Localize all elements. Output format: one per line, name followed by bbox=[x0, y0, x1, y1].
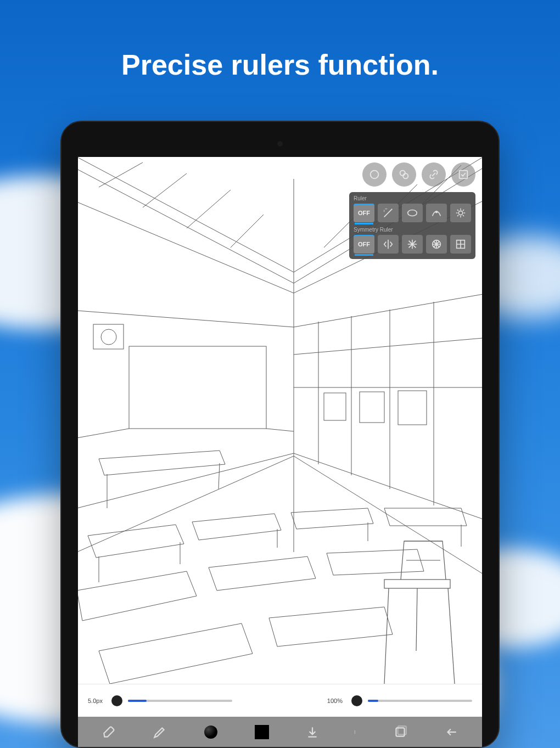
ruler-section-title: Ruler bbox=[354, 195, 471, 201]
symmetry-kaleidoscope-button[interactable] bbox=[402, 235, 423, 254]
tablet-frame: Ruler OFF Symmetry Ruler bbox=[60, 121, 500, 748]
symmetry-grid-button[interactable] bbox=[450, 235, 471, 254]
size-slider-track[interactable] bbox=[128, 700, 232, 702]
svg-point-48 bbox=[400, 171, 405, 176]
tablet-camera bbox=[277, 140, 283, 147]
ruler-row: OFF bbox=[354, 204, 471, 222]
svg-line-41 bbox=[448, 588, 455, 684]
svg-line-28 bbox=[78, 429, 129, 438]
svg-rect-39 bbox=[384, 580, 450, 588]
brush-tool[interactable] bbox=[147, 721, 172, 743]
svg-line-1 bbox=[78, 202, 294, 293]
ruler-panel: Ruler OFF Symmetry Ruler bbox=[349, 192, 475, 259]
svg-line-22 bbox=[294, 338, 482, 355]
svg-line-10 bbox=[231, 215, 264, 248]
swatch-black-icon bbox=[255, 725, 269, 739]
svg-line-16 bbox=[294, 294, 482, 327]
svg-line-17 bbox=[294, 453, 482, 519]
svg-point-49 bbox=[403, 173, 408, 178]
promo-headline: Precise rulers function. bbox=[0, 48, 560, 81]
svg-line-45 bbox=[78, 456, 294, 552]
off-label: OFF bbox=[358, 241, 370, 248]
size-label: 5.0px bbox=[88, 698, 103, 704]
symmetry-mirror-button[interactable] bbox=[378, 235, 399, 254]
svg-line-33 bbox=[219, 463, 220, 489]
symmetry-radial-button[interactable] bbox=[426, 235, 447, 254]
color-picker-tool[interactable] bbox=[198, 721, 223, 743]
top-tool-confirm[interactable] bbox=[451, 162, 475, 187]
svg-rect-25 bbox=[360, 392, 384, 423]
opacity-slider-fill bbox=[368, 700, 378, 702]
svg-line-46 bbox=[294, 456, 482, 574]
toolbar-divider bbox=[351, 721, 362, 743]
svg-rect-50 bbox=[460, 171, 468, 179]
swatch-tool[interactable] bbox=[249, 721, 275, 743]
ruler-off-button[interactable]: OFF bbox=[354, 204, 374, 222]
symmetry-off-button[interactable]: OFF bbox=[354, 235, 374, 254]
svg-point-47 bbox=[371, 171, 379, 179]
size-slider-knob[interactable] bbox=[111, 695, 122, 706]
top-tool-shapes[interactable] bbox=[392, 162, 416, 187]
svg-line-29 bbox=[266, 429, 294, 431]
svg-rect-26 bbox=[398, 391, 427, 425]
ruler-ellipse-button[interactable] bbox=[402, 204, 423, 222]
ruler-settings-button[interactable] bbox=[450, 204, 471, 222]
download-tool[interactable] bbox=[300, 721, 325, 743]
svg-line-7 bbox=[99, 162, 143, 187]
svg-point-51 bbox=[408, 210, 417, 216]
symmetry-row: OFF bbox=[354, 235, 471, 254]
svg-point-31 bbox=[101, 329, 116, 345]
svg-line-40 bbox=[384, 588, 389, 684]
bottom-toolbar bbox=[78, 717, 482, 747]
opacity-slider-track[interactable] bbox=[368, 700, 472, 702]
opacity-slider-knob[interactable] bbox=[351, 695, 362, 706]
top-quick-bar bbox=[362, 162, 475, 187]
size-slider-fill bbox=[128, 700, 147, 702]
ruler-curve-button[interactable] bbox=[426, 204, 447, 222]
svg-rect-27 bbox=[129, 346, 266, 429]
svg-line-42 bbox=[416, 588, 417, 651]
color-ball-icon bbox=[204, 725, 217, 739]
svg-rect-24 bbox=[324, 393, 346, 420]
svg-point-52 bbox=[436, 211, 438, 213]
svg-rect-30 bbox=[93, 324, 124, 349]
off-label: OFF bbox=[358, 210, 370, 216]
app-screen: Ruler OFF Symmetry Ruler bbox=[78, 157, 482, 747]
symmetry-section-title: Symmetry Ruler bbox=[354, 227, 471, 233]
undo-tool[interactable] bbox=[439, 721, 464, 743]
top-tool-circle[interactable] bbox=[362, 162, 387, 187]
svg-line-8 bbox=[143, 173, 187, 207]
svg-point-53 bbox=[458, 211, 462, 215]
slider-bar: 5.0px 100% bbox=[78, 684, 482, 717]
svg-line-2 bbox=[78, 169, 294, 283]
svg-line-15 bbox=[78, 453, 294, 508]
eraser-tool[interactable] bbox=[96, 721, 121, 743]
top-tool-link[interactable] bbox=[422, 162, 446, 187]
ruler-line-button[interactable] bbox=[378, 204, 399, 222]
svg-line-9 bbox=[187, 190, 231, 228]
layers-tool[interactable] bbox=[388, 721, 413, 743]
opacity-label: 100% bbox=[327, 698, 343, 704]
